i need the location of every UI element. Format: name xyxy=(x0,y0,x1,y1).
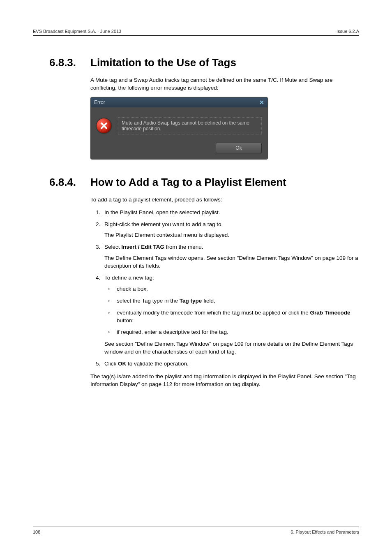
step-4c-pre: eventually modify the timecode from whic… xyxy=(117,310,310,316)
step-4d: if required, enter a descriptive text fo… xyxy=(113,328,359,336)
step-1: In the Playlist Panel, open the selected… xyxy=(102,209,359,217)
section-title: How to Add a Tag to a Playlist Element xyxy=(90,176,286,189)
footer-chapter: 6. Playout Effects and Parameters xyxy=(291,530,359,534)
step-2-subtext: The Playlist Element contextual menu is … xyxy=(104,231,359,239)
dialog-message: Mute and Audio Swap tags cannot be defin… xyxy=(118,117,262,134)
step-3-post: from the menu. xyxy=(164,244,203,250)
step-4-sublist: check a box, select the Tag type in the … xyxy=(104,285,359,336)
step-4a: check a box, xyxy=(113,285,359,293)
step-1-text: In the Playlist Panel, open the selected… xyxy=(104,209,220,215)
section-number: 6.8.3. xyxy=(49,56,90,69)
step-3-pre: Select xyxy=(104,244,121,250)
close-icon[interactable]: ✕ xyxy=(259,99,264,106)
step-4-subtext: See section "Define Element Tags Window"… xyxy=(104,340,359,356)
page-footer: 108 6. Playout Effects and Parameters xyxy=(33,527,359,534)
section-number: 6.8.4. xyxy=(49,176,90,189)
section-683-intro: A Mute tag and a Swap Audio tracks tag c… xyxy=(49,76,359,92)
section-heading-684: 6.8.4. How to Add a Tag to a Playlist El… xyxy=(49,176,359,189)
step-2-text: Right-click the element you want to add … xyxy=(104,221,223,227)
step-4c-post: button; xyxy=(117,317,134,324)
step-5: Click OK to validate the operation. xyxy=(102,360,359,368)
step-3: Select Insert / Edit TAG from the menu. … xyxy=(102,243,359,270)
step-4b: select the Tag type in the Tag type fiel… xyxy=(113,297,359,305)
step-3-bold: Insert / Edit TAG xyxy=(121,244,164,250)
section-684-closing: The tag(s) is/are added to the playlist … xyxy=(49,373,359,388)
dialog-titlebar: Error ✕ xyxy=(91,97,267,107)
header-left: EVS Broadcast Equipment S.A. - June 2013 xyxy=(33,29,121,34)
dialog-footer: Ok xyxy=(91,143,267,159)
step-4b-pre: select the Tag type in the xyxy=(117,298,180,304)
section-title: Limitation to the Use of Tags xyxy=(90,56,236,69)
step-5-post: to validate the operation. xyxy=(126,361,189,367)
step-4: To define a new tag: check a box, select… xyxy=(102,274,359,356)
error-dialog: Error ✕ Mute and Audio Swap tags cannot … xyxy=(90,97,268,160)
ok-button[interactable]: Ok xyxy=(216,143,262,153)
footer-page-number: 108 xyxy=(33,530,40,534)
step-4b-post: field, xyxy=(202,298,215,304)
dialog-title: Error xyxy=(94,99,105,105)
error-icon xyxy=(97,118,111,133)
step-4-text: To define a new tag: xyxy=(104,275,154,281)
step-4b-bold: Tag type xyxy=(180,298,202,304)
step-4c: eventually modify the timecode from whic… xyxy=(113,309,359,325)
step-4c-bold: Grab Timecode xyxy=(310,310,350,316)
step-5-bold: OK xyxy=(118,361,126,367)
section-heading-683: 6.8.3. Limitation to the Use of Tags xyxy=(49,56,359,69)
header-right: Issue 6.2.A xyxy=(337,29,359,34)
page-header: EVS Broadcast Equipment S.A. - June 2013… xyxy=(33,29,359,36)
dialog-body: Mute and Audio Swap tags cannot be defin… xyxy=(91,107,267,143)
step-3-subtext: The Define Element Tags window opens. Se… xyxy=(104,254,359,270)
step-5-pre: Click xyxy=(104,361,118,367)
error-dialog-figure: Error ✕ Mute and Audio Swap tags cannot … xyxy=(90,97,359,160)
step-2: Right-click the element you want to add … xyxy=(102,221,359,240)
section-684-intro: To add a tag to a playlist element, proc… xyxy=(49,196,359,204)
steps-list: In the Playlist Panel, open the selected… xyxy=(49,209,359,368)
